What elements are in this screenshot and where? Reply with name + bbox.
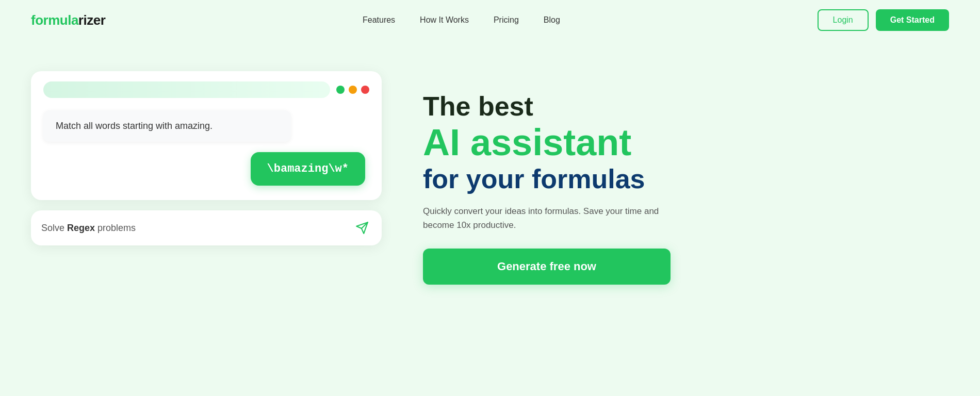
nav-how-it-works[interactable]: How It Works	[420, 15, 469, 25]
hero-line1: The best	[423, 92, 949, 121]
hero-subtitle: Quickly convert your ideas into formulas…	[423, 204, 671, 232]
generate-button[interactable]: Generate free now	[423, 249, 671, 285]
right-panel: The best AI assistant for your formulas …	[423, 71, 949, 285]
query-bubble: Match all words starting with amazing.	[43, 110, 291, 142]
nav-links: Features How It Works Pricing Blog	[363, 15, 560, 25]
demo-content: Match all words starting with amazing. \…	[43, 110, 369, 186]
demo-card-top: Match all words starting with amazing. \…	[31, 71, 382, 200]
logo-formula: formula	[31, 12, 78, 28]
bold-word: Regex	[67, 223, 95, 233]
send-icon[interactable]	[353, 219, 371, 237]
hero-line2: AI assistant	[423, 123, 949, 162]
browser-address-bar	[43, 81, 330, 98]
logo-rizer: rizer	[78, 12, 105, 28]
browser-bar	[43, 81, 369, 98]
nav-features[interactable]: Features	[363, 15, 395, 25]
demo-card-bottom[interactable]: Solve Regex problems	[31, 210, 382, 245]
hero-line3: for your formulas	[423, 164, 949, 194]
demo-input-field[interactable]: Solve Regex problems	[41, 223, 347, 234]
left-panel: Match all words starting with amazing. \…	[31, 71, 382, 245]
dot-red	[361, 86, 369, 94]
nav-blog[interactable]: Blog	[544, 15, 560, 25]
nav-buttons: Login Get Started	[818, 9, 949, 31]
get-started-button[interactable]: Get Started	[876, 9, 949, 31]
dot-green	[336, 86, 345, 94]
main-content: Match all words starting with amazing. \…	[0, 40, 980, 285]
result-bubble: \bamazing\w*	[251, 152, 365, 186]
navbar: formularizer Features How It Works Prici…	[0, 0, 980, 40]
nav-pricing[interactable]: Pricing	[494, 15, 519, 25]
login-button[interactable]: Login	[818, 9, 869, 31]
browser-dots	[336, 86, 369, 94]
dot-yellow	[349, 86, 357, 94]
logo: formularizer	[31, 12, 105, 28]
